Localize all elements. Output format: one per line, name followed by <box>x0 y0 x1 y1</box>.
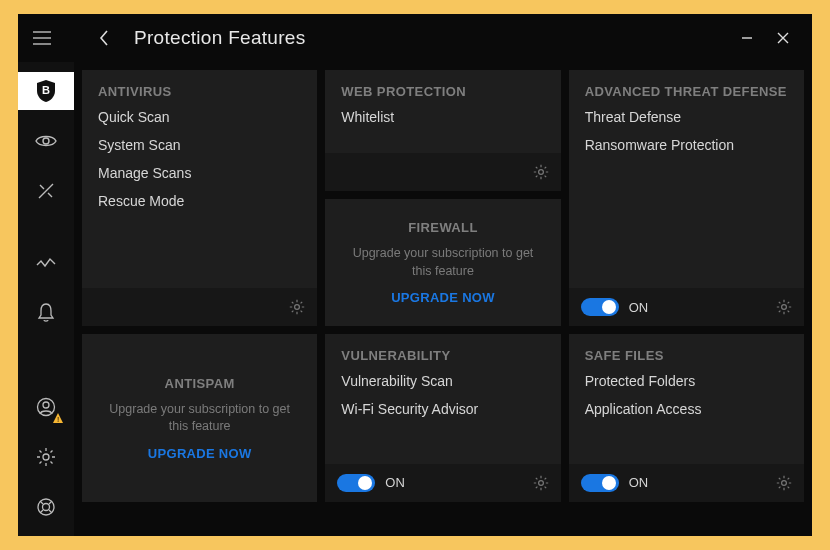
card-advanced-threat-defense: ADVANCED THREAT DEFENSE Threat Defense R… <box>569 70 804 326</box>
card-title: ANTIVIRUS <box>82 70 317 109</box>
alert-badge-icon: ! <box>52 412 64 424</box>
toggle-label: ON <box>385 475 405 490</box>
toggle-switch[interactable] <box>337 474 375 492</box>
card-footer: ON <box>569 464 804 502</box>
svg-text:B: B <box>42 84 50 96</box>
shield-b-icon: B <box>36 79 56 103</box>
card-web-protection: WEB PROTECTION Whitelist <box>325 70 560 191</box>
card-settings-button[interactable] <box>776 299 792 315</box>
svg-point-10 <box>782 305 787 310</box>
tools-icon <box>36 181 56 201</box>
sidebar: B ! <box>18 62 74 536</box>
sidebar-item-account[interactable]: ! <box>24 388 68 426</box>
card-antivirus: ANTIVIRUS Quick Scan System Scan Manage … <box>82 70 317 326</box>
card-title: FIREWALL <box>408 220 478 235</box>
card-firewall: FIREWALL Upgrade your subscription to ge… <box>325 199 560 326</box>
svg-point-5 <box>43 454 49 460</box>
card-title: ANTISPAM <box>165 376 235 391</box>
eye-icon <box>35 134 57 148</box>
hamburger-icon[interactable] <box>26 22 58 54</box>
card-vulnerability: VULNERABILITY Vulnerability Scan Wi-Fi S… <box>325 334 560 501</box>
gear-icon <box>289 299 305 315</box>
lifebuoy-icon <box>36 497 56 517</box>
activity-icon <box>36 257 56 269</box>
card-title: SAFE FILES <box>569 334 804 373</box>
gear-icon <box>776 475 792 491</box>
panels-grid: ANTIVIRUS Quick Scan System Scan Manage … <box>74 62 812 536</box>
svg-point-1 <box>43 138 49 144</box>
card-settings-button[interactable] <box>776 475 792 491</box>
card-settings-button[interactable] <box>533 475 549 491</box>
sidebar-item-notifications[interactable] <box>24 294 68 332</box>
card-settings-button[interactable] <box>533 164 549 180</box>
card-footer: ON <box>325 464 560 502</box>
toggle-switch[interactable] <box>581 298 619 316</box>
back-icon[interactable] <box>88 22 120 54</box>
gear-icon <box>533 475 549 491</box>
list-item[interactable]: Threat Defense <box>585 109 788 125</box>
gear-icon <box>36 447 56 467</box>
gear-icon <box>533 164 549 180</box>
svg-point-7 <box>43 504 50 511</box>
sidebar-item-privacy[interactable] <box>24 122 68 160</box>
svg-text:!: ! <box>57 415 59 424</box>
list-item[interactable]: Application Access <box>585 401 788 417</box>
content: B ! <box>18 62 812 536</box>
list-item[interactable]: Whitelist <box>341 109 544 125</box>
toggle-label: ON <box>629 475 649 490</box>
card-footer: ON <box>569 288 804 326</box>
card-title: WEB PROTECTION <box>325 70 560 109</box>
minimize-button[interactable] <box>732 23 762 53</box>
list-item[interactable]: Protected Folders <box>585 373 788 389</box>
svg-point-12 <box>782 480 787 485</box>
card-title: ADVANCED THREAT DEFENSE <box>569 70 804 109</box>
list-item[interactable]: Rescue Mode <box>98 193 301 209</box>
list-item[interactable]: Ransomware Protection <box>585 137 788 153</box>
toggle-switch[interactable] <box>581 474 619 492</box>
sidebar-item-support[interactable] <box>24 488 68 526</box>
upgrade-button[interactable]: UPGRADE NOW <box>148 446 252 461</box>
bell-icon <box>37 303 55 323</box>
list-item[interactable]: Manage Scans <box>98 165 301 181</box>
card-footer <box>325 153 560 191</box>
card-antispam: ANTISPAM Upgrade your subscription to ge… <box>82 334 317 501</box>
app-window: Protection Features B <box>18 14 812 536</box>
list-item[interactable]: System Scan <box>98 137 301 153</box>
sidebar-item-protection[interactable]: B <box>18 72 74 110</box>
svg-point-9 <box>538 170 543 175</box>
upgrade-message: Upgrade your subscription to get this fe… <box>343 245 542 280</box>
toggle-label: ON <box>629 300 649 315</box>
svg-point-8 <box>295 305 300 310</box>
list-item[interactable]: Quick Scan <box>98 109 301 125</box>
sidebar-item-tools[interactable] <box>24 172 68 210</box>
sidebar-item-settings[interactable] <box>24 438 68 476</box>
sidebar-item-activity[interactable] <box>24 244 68 282</box>
svg-point-11 <box>538 480 543 485</box>
titlebar: Protection Features <box>18 14 812 62</box>
list-item[interactable]: Wi-Fi Security Advisor <box>341 401 544 417</box>
upgrade-message: Upgrade your subscription to get this fe… <box>100 401 299 436</box>
list-item[interactable]: Vulnerability Scan <box>341 373 544 389</box>
card-safe-files: SAFE FILES Protected Folders Application… <box>569 334 804 501</box>
gear-icon <box>776 299 792 315</box>
svg-point-3 <box>43 402 49 408</box>
card-title: VULNERABILITY <box>325 334 560 373</box>
close-button[interactable] <box>768 23 798 53</box>
card-footer <box>82 288 317 326</box>
card-settings-button[interactable] <box>289 299 305 315</box>
upgrade-button[interactable]: UPGRADE NOW <box>391 290 495 305</box>
page-title: Protection Features <box>134 27 306 49</box>
